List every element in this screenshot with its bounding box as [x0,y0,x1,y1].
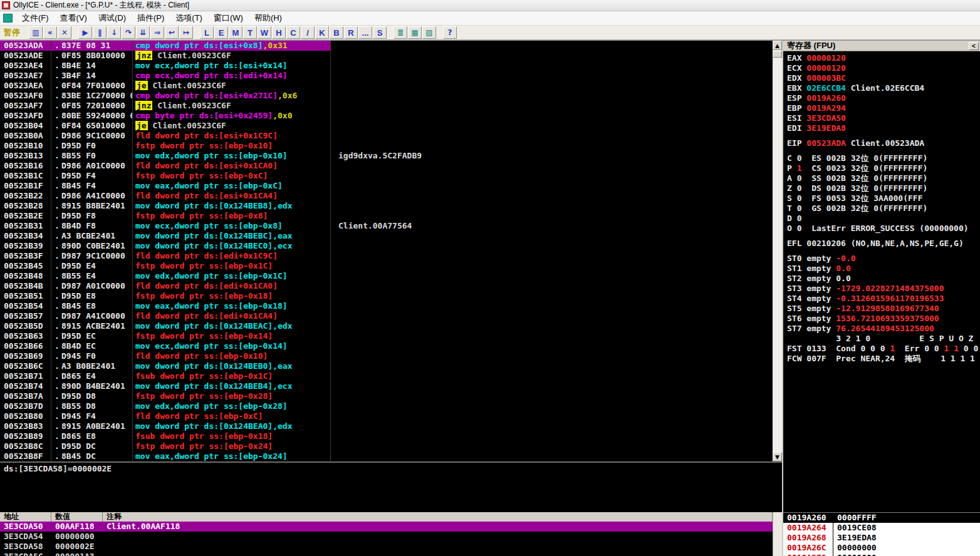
disasm-row[interactable]: 00523B10.D95D F0fstp dword ptr ss:[ebp-0… [0,141,773,151]
menu-item[interactable]: 文件(F) [16,11,55,26]
register-line[interactable]: 3 2 1 0 E S P U O Z [787,334,980,344]
disasm-row[interactable]: 00523B69.D945 F0fld dword ptr ss:[ebp-0x… [0,351,773,361]
scrollbar-thumb[interactable] [773,51,782,58]
register-line[interactable]: EAX 00000120 [787,53,980,63]
disasm-row[interactable]: 00523B54.8B45 E8mov eax,dword ptr ss:[eb… [0,301,773,311]
disasm-row[interactable]: 00523B2E.D95D F8fstp dword ptr ss:[ebp-0… [0,211,773,221]
disasm-scrollbar[interactable]: ▲ ▼ [773,41,782,461]
collapse-registers-button[interactable]: < [969,42,979,50]
stack-row[interactable]: 0019A2683E19EDA8 [783,533,980,543]
dump-row[interactable]: 3E3CDA580000002E [0,542,773,552]
disasm-row[interactable]: 00523B63.D95D ECfstp dword ptr ss:[ebp-0… [0,331,773,341]
register-line[interactable]: A 0 SS 002B 32位 0(FFFFFFFF) [787,173,980,183]
menu-item[interactable]: 查看(V) [55,11,93,26]
disasm-row[interactable]: 00523B28.8915 B8BE2401mov dword ptr ds:[… [0,201,773,211]
disasm-row[interactable]: 00523B13.8B55 F0mov edx,dword ptr ss:[eb… [0,151,773,161]
disasm-row[interactable]: 00523AEA.0F84 7F010000je Client.00523C6F [0,81,773,91]
stack-row[interactable]: 0019A27000000000 [783,553,980,556]
close-button[interactable]: ✕ [58,26,71,39]
disasm-row[interactable]: 00523B5D.8915 ACBE2401mov dword ptr ds:[… [0,321,773,331]
scroll-down-icon[interactable]: ▼ [773,452,782,461]
stack-row[interactable]: 0019A2600000FFFF [783,513,980,523]
register-line[interactable]: EIP 00523ADA Client.00523ADA [787,138,980,148]
registers-pane[interactable]: 寄存器 (FPU) < EAX 00000120ECX 00000120EDX … [783,41,980,512]
menu-item[interactable]: 帮助(H) [249,11,288,26]
run-button[interactable]: ▶ [78,26,92,39]
memory-window-button[interactable]: M [229,26,242,39]
register-line[interactable]: D 0 [787,214,980,224]
disasm-row[interactable]: 00523B4B.D987 A01C0000fld dword ptr ds:[… [0,281,773,291]
runtrace-window-button[interactable]: ... [358,26,372,39]
register-line[interactable]: ST1 empty 0.0 [787,264,980,274]
handles-window-button[interactable]: H [272,26,286,39]
register-line[interactable]: EDI 3E19EDA8 [787,123,980,133]
cpu-window-button[interactable]: C [286,26,300,39]
register-line[interactable]: P 1 CS 0023 32位 0(FFFFFFFF) [787,163,980,173]
restart-button[interactable]: « [43,26,57,39]
disasm-row[interactable]: 00523AE7.3B4F 14cmp ecx,dword ptr ds:[ed… [0,71,773,81]
disasm-row[interactable]: 00523B1C.D95D F4fstp dword ptr ss:[ebp-0… [0,171,773,181]
register-line[interactable]: ST6 empty 1536.7210693359375000 [787,314,980,324]
disasm-row[interactable]: 00523B22.D986 A41C0000fld dword ptr ds:[… [0,191,773,201]
threads-window-button[interactable]: T [243,26,257,39]
scroll-up-icon[interactable]: ▲ [773,41,782,50]
mdi-child-icon[interactable] [3,14,13,23]
executables-window-button[interactable]: E [214,26,228,39]
register-line[interactable]: EDX 000003BC [787,73,980,83]
disasm-row[interactable]: 00523B80.D945 F4fld dword ptr ss:[ebp-0x… [0,411,773,421]
register-line[interactable]: ECX 00000120 [787,63,980,73]
dump-row[interactable]: 3E3CDA5C000001A3 [0,552,773,556]
windows-list-button[interactable]: ▦ [408,26,422,39]
log-window-button[interactable]: L [200,26,214,39]
menu-item[interactable]: 插件(P) [132,11,170,26]
register-line[interactable]: O 0 LastErr ERROR_SUCCESS (00000000) [787,224,980,234]
dump-scrollbar-strip[interactable] [773,512,782,556]
help-button[interactable]: ? [443,26,457,39]
dump-row[interactable]: 3E3CDA5000AAF118Client.00AAF118 [0,522,773,532]
register-line[interactable]: ST4 empty -0.3126015961170196533 [787,294,980,304]
menu-item[interactable]: 选项(T) [170,11,208,26]
disasm-row[interactable]: 00523B89.D865 E8fsub dword ptr ss:[ebp-0… [0,431,773,441]
register-line[interactable]: EBX 02E6CCB4 Client.02E6CCB4 [787,83,980,93]
disasm-row[interactable]: 00523B8C.D95D DCfstp dword ptr ss:[ebp-0… [0,441,773,451]
disasm-row[interactable]: 00523B66.8B4D ECmov ecx,dword ptr ss:[eb… [0,341,773,351]
disasm-row[interactable]: 00523B3F.D987 9C1C0000fld dword ptr ds:[… [0,251,773,261]
breakpoints-window-button[interactable]: B [330,26,343,39]
disasm-row[interactable]: 00523B71.D865 E4fsub dword ptr ss:[ebp-0… [0,371,773,381]
register-line[interactable]: ESP 0019A260 [787,93,980,103]
register-line[interactable]: FST 0133 Cond 0 0 0 1 Err 0 0 1 1 0 0 [787,344,980,354]
disasm-row[interactable]: 00523B51.D95D E8fstp dword ptr ss:[ebp-0… [0,291,773,301]
register-line[interactable]: EBP 0019A294 [787,103,980,113]
register-line[interactable]: C 0 ES 002B 32位 0(FFFFFFFF) [787,153,980,163]
disasm-row[interactable]: 00523B31.8B4D F8mov ecx,dword ptr ss:[eb… [0,221,773,231]
animate-over-button[interactable]: ⇒ [150,26,164,39]
disasm-row[interactable]: 00523B57.D987 A41C0000fld dword ptr ds:[… [0,311,773,321]
disasm-row[interactable]: 00523B16.D986 A01C0000fld dword ptr ds:[… [0,161,773,171]
info-pane[interactable]: ds:[3E3CDA58]=0000002E [0,461,782,512]
disasm-row[interactable]: 00523B39.890D C0BE2401mov dword ptr ds:[… [0,241,773,251]
register-line[interactable]: ST0 empty -0.0 [787,254,980,264]
stack-pane[interactable]: 0019A2600000FFFF0019A2640019CE080019A268… [783,512,980,556]
register-line[interactable]: T 0 GS 002B 32位 0(FFFFFFFF) [787,203,980,214]
step-into-button[interactable]: ↓ [107,26,121,39]
disasm-row[interactable]: 00523ADE.0F85 8B010000jnz Client.00523C6… [0,51,773,61]
disasm-row[interactable]: 00523B83.8915 A0BE2401mov dword ptr ds:[… [0,421,773,431]
dump-row[interactable]: 3E3CDA5400000000 [0,532,773,542]
animate-into-button[interactable]: ⇊ [136,26,150,39]
stack-row[interactable]: 0019A2640019CE08 [783,523,980,533]
disasm-row[interactable]: 00523B74.890D B4BE2401mov dword ptr ds:[… [0,381,773,391]
patches-window-button[interactable]: / [301,26,315,39]
dump-pane[interactable]: 地址数值注释 3E3CDA5000AAF118Client.00AAF1183E… [0,512,773,556]
disasm-row[interactable]: 00523B04.0F84 65010000je Client.00523C6F [0,121,773,131]
disasm-row[interactable]: 00523B0A.D986 9C1C0000fld dword ptr ds:[… [0,131,773,141]
stack-row[interactable]: 0019A26C00000000 [783,543,980,553]
register-line[interactable]: Z 0 DS 002B 32位 0(FFFFFFFF) [787,183,980,193]
menu-item[interactable]: 调试(D) [93,11,132,26]
disasm-row[interactable]: 00523B7D.8B55 D8mov edx,dword ptr ss:[eb… [0,401,773,411]
pause-button[interactable]: ∥ [93,26,107,39]
execute-till-return-button[interactable]: ↩ [165,26,179,39]
register-line[interactable]: S 0 FS 0053 32位 3AA000(FFF [787,193,980,203]
disasm-row[interactable]: 00523AE4.8B4E 14mov ecx,dword ptr ds:[es… [0,61,773,71]
windows-window-button[interactable]: W [258,26,271,39]
log-options-button[interactable]: ≣ [394,26,407,39]
